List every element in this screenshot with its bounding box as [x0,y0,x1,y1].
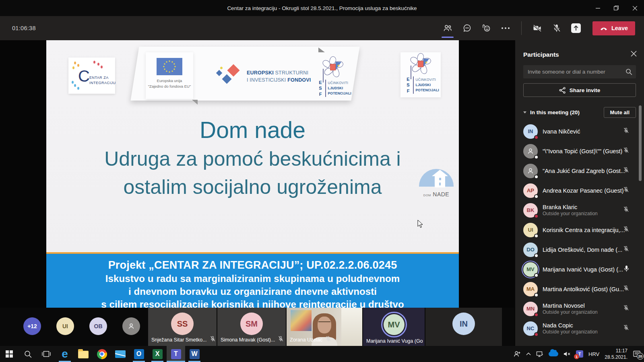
windows-logo-icon [6,350,13,358]
esf-text-line: UČINKOVITI [328,80,351,86]
taskbar-app-outlook[interactable]: O [130,346,148,362]
mic-muted-icon[interactable] [623,186,630,195]
mic-muted-icon[interactable] [623,167,630,175]
chat-button[interactable] [458,20,475,37]
esf-letter: S [318,85,323,91]
mic-muted-icon[interactable] [623,206,630,215]
participant-tile[interactable]: SMSimona Mravak (Gost)... [217,308,286,346]
people-icon [443,24,452,33]
action-center-button[interactable]: 20 [633,350,641,358]
participant-avatar[interactable]: OB [89,317,107,335]
taskbar-app-edge[interactable]: e [56,346,74,362]
tray-language-indicator[interactable]: HRV [588,351,599,357]
leave-button[interactable]: Leave [592,21,635,35]
esif-line2-bold: FONDOVI [287,77,311,83]
reactions-icon [481,24,491,33]
participant-avatar[interactable]: +12 [23,317,41,335]
eu-label-line2: "Zajedno do fondova EU" [146,84,193,89]
more-options-button[interactable] [497,20,514,37]
tray-volume-muted-icon[interactable] [564,351,571,357]
mic-muted-icon[interactable] [623,285,630,294]
start-button[interactable] [0,346,19,362]
mute-all-button[interactable]: Mute all [604,107,636,118]
participant-row[interactable]: NCNada CopicOutside your organization [515,319,644,338]
taskbar-search-button[interactable] [19,346,37,362]
camera-off-button[interactable] [529,20,546,37]
tray-network-icon[interactable] [536,351,543,357]
task-view-button[interactable] [37,346,56,362]
participant-row[interactable]: BKBranka KlaricOutside your organization [515,200,644,220]
esf-pinwheel-icon: ★ [322,57,343,78]
taskbar-app-file-explorer[interactable] [74,346,93,362]
tile-participant-name: Marijana Ivanić Vuga (Gost... [366,338,423,344]
invite-input[interactable] [523,65,636,78]
avatar: UI [523,223,538,237]
panel-title: Participants [523,51,559,58]
minimize-button[interactable] [588,0,607,16]
mic-muted-icon[interactable] [623,245,630,254]
window-titlebar: Centar za integraciju - Okrugli stol 28.… [0,0,644,16]
mic-muted-icon[interactable] [623,226,630,234]
presence-dot [534,293,539,297]
tray-teams-icon[interactable]: T 1 [576,350,583,358]
chat-icon [462,24,472,33]
mic-off-button[interactable] [548,20,565,37]
tray-clock[interactable]: 11:17 28.5.2021. [605,348,627,360]
tray-people-icon[interactable] [514,351,521,357]
participant-row[interactable]: INIvana Nikčević [515,121,644,141]
taskbar-app-chrome[interactable] [93,346,111,362]
tray-onedrive-icon[interactable] [549,352,558,356]
participants-toggle-button[interactable] [439,20,456,37]
participant-subtitle: Outside your organization [543,211,626,216]
participant-row[interactable]: DOLidija Orešković, Dom nade (... [515,240,644,259]
avatar: AP [523,183,538,198]
participant-name: "Ana Jukić Grad Zagreb (Gost... [543,168,626,174]
taskbar-app-word[interactable]: W [185,346,204,362]
tray-chevron-up-icon[interactable] [526,352,531,356]
participant-avatar[interactable]: UI [56,317,74,335]
panel-close-button[interactable] [631,51,637,58]
mic-muted-icon[interactable] [623,324,630,333]
restore-button[interactable] [607,0,625,16]
participant-row[interactable]: UIKorisnik Centra za integraciju,... [515,220,644,240]
mic-off-icon [552,23,561,33]
taskbar-app-teams[interactable]: T [167,346,185,362]
participant-name: "\"Ivona Topić (Gost)\"" (Guest) [543,148,626,154]
painting [291,310,312,331]
participant-row[interactable]: MNMartina NovoselOutside your organizati… [515,299,644,319]
reactions-button[interactable] [478,20,495,37]
taskbar-app-mail[interactable] [111,346,130,362]
ribbon-fold [318,47,325,52]
eu-label-line1: Europska unija [146,78,193,84]
participant-row[interactable]: "Ana Jukić Grad Zagreb (Gost... [515,161,644,181]
windows-taskbar: e O X T W [0,346,644,362]
mic-muted-icon[interactable] [623,304,630,313]
participant-row[interactable]: MVMarijana Ivanić Vuga (Gost) (... [515,259,644,279]
esf-text-line: LJUDSKI [328,86,343,90]
share-invite-button[interactable]: Share invite [523,83,636,97]
participant-tile[interactable]: SSSnježana Sitar Smetko... [148,308,217,346]
person-avatar-icon[interactable] [122,317,140,335]
close-button[interactable] [625,0,644,16]
participant-tile[interactable]: IN [425,308,502,346]
mic-muted-icon[interactable] [623,147,630,156]
mic-muted-icon[interactable] [623,127,630,136]
taskbar-app-excel[interactable]: X [148,346,167,362]
video-tile[interactable]: Zorana Uzelac [287,308,362,346]
share-screen-button[interactable] [568,20,584,37]
participant-name: Lidija Orešković, Dom nade (... [543,247,626,253]
more-icon [501,27,510,29]
mic-on-icon[interactable] [623,265,630,274]
presence-dot [534,135,539,140]
centar-za-integraciju-logo: C ENTAR ZA INTEGRACIJU [68,58,115,94]
participant-row[interactable]: MAMartina Antolković (Gost) (Gu... [515,279,644,299]
mic-muted-icon [277,335,284,344]
panel-scrollbar[interactable] [639,105,642,181]
participant-row[interactable]: "\"Ivona Topić (Gost)\"" (Guest) [515,141,644,161]
chevron-down-icon[interactable] [523,111,526,113]
participant-tile[interactable]: MVMarijana Ivanić Vuga (Gost... [363,308,425,346]
participant-row[interactable]: APAndrea Kozar Pasanec (Guest) [515,181,644,200]
avatar: DO [523,243,538,257]
presence-dot [534,253,539,258]
video-filmstrip: +12UIOB SSSnježana Sitar Smetko...SMSimo… [0,308,514,346]
